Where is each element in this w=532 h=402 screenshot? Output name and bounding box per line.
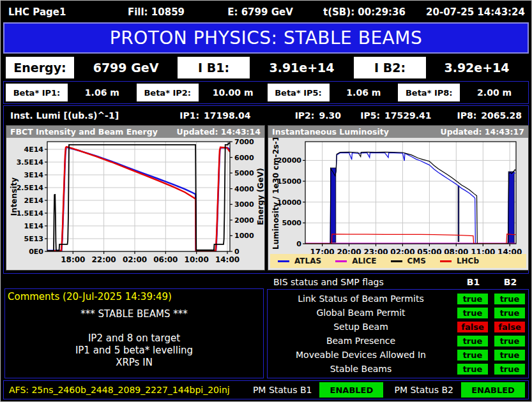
svg-text:3000: 3000 (234, 200, 254, 209)
bis-row-label: Stable Beams (268, 364, 454, 374)
svg-text:4000: 4000 (234, 185, 254, 193)
charts-row: FBCT Intensity and Beam Energy Updated: … (6, 125, 529, 272)
fill-number: Fill: 10859 (104, 6, 208, 18)
lumi-ip2-value: 9.30 (319, 110, 341, 121)
time-in-stable-beams: t(SB): 00:29:36 (312, 6, 416, 18)
beam-energy: E: 6799 GeV (208, 6, 312, 18)
svg-text:11:00: 11:00 (471, 248, 495, 254)
svg-text:18:00: 18:00 (61, 255, 85, 264)
flag-b2: false (494, 322, 525, 332)
svg-text:Intensity: Intensity (10, 177, 19, 216)
svg-text:02:00: 02:00 (390, 248, 414, 254)
svg-text:5000: 5000 (282, 219, 301, 227)
bis-row-moveable-devices: Moveable Devices Allowed In true true (268, 348, 528, 361)
legend-swatch (335, 260, 347, 262)
svg-text:2E14: 2E14 (24, 197, 44, 205)
intensity-b1-value: 3.91e+14 (250, 57, 354, 78)
svg-text:23:00: 23:00 (363, 248, 388, 254)
energy-intensity-row: Energy: 6799 GeV I B1: 3.91e+14 I B2: 3.… (6, 57, 528, 78)
bis-row-link-status: Link Status of Beam Permits true true (268, 292, 528, 305)
lumi-ip2: IP2: 9.30 (251, 110, 342, 121)
inst-lumi-row: Inst. Lumi [(ub.s)^-1] IP1: 17198.04 IP2… (10, 108, 522, 123)
bis-header: BIS status and SMP flags B1 B2 (267, 276, 529, 288)
beta-ip5-value: 1.06 m (331, 82, 397, 103)
lhc-page1-display: LHC Page1 Fill: 10859 E: 6799 GeV t(SB):… (0, 0, 532, 402)
svg-text:02:00: 02:00 (123, 255, 147, 264)
svg-text:Luminosity / 1e30 cm-2s-1: Luminosity / 1e30 cm-2s-1 (271, 138, 280, 249)
pm-status-b2-label: PM Status B2 (394, 385, 453, 395)
flag-b2: true (494, 294, 525, 304)
svg-text:0E0: 0E0 (29, 248, 43, 256)
legend-item: CMS (391, 257, 426, 265)
lumi-chart-plot: 17:0020:0023:0002:0005:0008:0011:0014:00… (268, 138, 528, 257)
legend-label: ALICE (352, 257, 376, 265)
bis-col-b1: B1 (455, 277, 492, 287)
bis-row-beam-presence: Beam Presence true true (268, 334, 528, 347)
legend-swatch (440, 260, 452, 262)
mode-banner: PROTON PHYSICS: STABLE BEAMS (3, 22, 529, 54)
svg-text:22:00: 22:00 (91, 255, 116, 264)
svg-text:08:00: 08:00 (444, 248, 468, 254)
svg-text:0: 0 (234, 248, 239, 256)
intensity-b2-label: I B2: (354, 57, 426, 78)
svg-text:1000: 1000 (234, 232, 254, 240)
pm-status-b2-badge: ENABLED (461, 382, 525, 398)
lumi-chart-legend: ATLASALICECMSLHCb (270, 254, 526, 268)
bis-title: BIS status and SMP flags (267, 277, 455, 287)
svg-text:5000: 5000 (234, 169, 254, 177)
svg-text:06:00: 06:00 (153, 255, 178, 264)
comments-title: Comments (20-Jul-2025 14:39:49) (5, 289, 263, 302)
inst-lumi-label: Inst. Lumi [(ub.s)^-1] (10, 110, 160, 121)
bis-row-label: Link Status of Beam Permits (268, 294, 454, 304)
svg-text:20:00: 20:00 (337, 248, 361, 254)
beta-ip1-label: Beta* IP1: (6, 84, 68, 101)
svg-text:3E14: 3E14 (24, 171, 44, 179)
svg-text:14:00: 14:00 (215, 255, 239, 264)
flag-b1: true (457, 350, 488, 361)
svg-text:10:00: 10:00 (185, 255, 209, 264)
lumi-ip1-name: IP1: (179, 110, 199, 121)
svg-text:0: 0 (296, 240, 301, 248)
lumi-ip8-value: 2065.28 (481, 110, 522, 121)
svg-text:2000: 2000 (234, 216, 254, 225)
flag-b1: true (457, 294, 488, 304)
lumi-ip1: IP1: 17198.04 (160, 110, 251, 121)
lumi-ip8: IP8: 2065.28 (432, 110, 522, 121)
beta-ip5-label: Beta* IP5: (268, 84, 330, 101)
bis-col-b2: B2 (492, 277, 529, 287)
beta-ip2-value: 10.00 m (200, 82, 266, 103)
legend-item: ALICE (335, 257, 376, 265)
legend-label: ATLAS (294, 257, 321, 265)
pm-status-b1-label: PM Status B1 (253, 385, 312, 395)
svg-text:2.5E14: 2.5E14 (17, 184, 44, 192)
svg-text:10000: 10000 (277, 198, 302, 207)
intensity-b1-label: I B1: (178, 57, 250, 78)
svg-text:6000: 6000 (234, 154, 254, 162)
svg-text:1.5E14: 1.5E14 (17, 209, 44, 218)
flag-b1: false (457, 322, 488, 332)
lumi-ip5-name: IP5: (360, 110, 380, 121)
bis-row-label: Setup Beam (268, 322, 454, 332)
bis-row-setup-beam: Setup Beam false false (268, 320, 528, 333)
energy-label: Energy: (6, 57, 74, 78)
bis-row-global-permit: Global Beam Permit true true (268, 306, 528, 319)
bis-row-stable-beams: Stable Beams true true (268, 362, 528, 375)
bis-row-label: Beam Presence (268, 336, 454, 346)
svg-text:14:00: 14:00 (498, 248, 522, 254)
legend-swatch (278, 260, 289, 262)
fbct-chart-title: FBCT Intensity and Beam Energy (10, 127, 158, 137)
afs-scheme: AFS: 25ns_2460b_2448_2089_2227_144bpi_20… (4, 385, 230, 395)
svg-text:20000: 20000 (277, 156, 302, 165)
bis-flags-panel: Link Status of Beam Permits true true Gl… (267, 289, 529, 378)
comments-panel: Comments (20-Jul-2025 14:39:49) *** STAB… (4, 288, 264, 378)
footer-bar: AFS: 25ns_2460b_2448_2089_2227_144bpi_20… (3, 380, 529, 399)
datetime: 20-07-25 14:43:24 (416, 6, 525, 18)
page-title: LHC Page1 (8, 6, 104, 18)
fbct-chart-header: FBCT Intensity and Beam Energy Updated: … (6, 126, 264, 138)
legend-swatch (391, 260, 402, 262)
beta-ip1-value: 1.06 m (69, 82, 135, 103)
comments-body: *** STABLE BEAMS *** IP2 and 8 on target… (5, 308, 263, 369)
bis-row-label: Global Beam Permit (268, 308, 454, 318)
intensity-b2-value: 3.92e+14 (426, 57, 528, 78)
fbct-intensity-chart-panel: FBCT Intensity and Beam Energy Updated: … (6, 125, 265, 271)
